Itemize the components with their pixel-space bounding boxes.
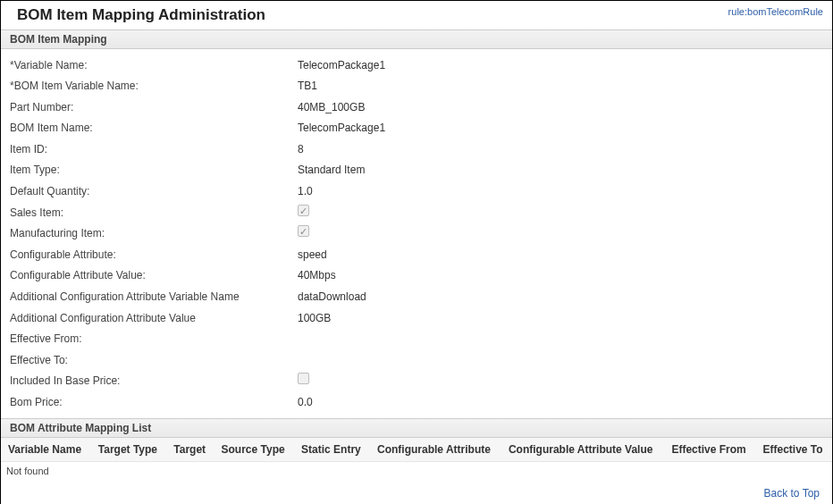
page-header: BOM Item Mapping Administration rule:bom… [1,1,832,29]
value-bom-item-variable-name: TB1 [298,78,317,95]
field-included-in-base-price: Included In Base Price: [10,371,829,392]
col-source-type[interactable]: Source Type [215,438,295,462]
label-default-quantity: Default Quantity: [10,183,298,200]
value-configurable-attribute-value: 40Mbps [298,267,336,284]
col-configurable-attribute-value[interactable]: Configurable Attribute Value [501,438,665,462]
value-sales-item [298,205,309,222]
col-effective-from[interactable]: Effective From [664,438,755,462]
value-included-in-base-price [298,373,309,390]
value-bom-price: 0.0 [298,394,313,411]
label-addl-config-attr-var-name: Additional Configuration Attribute Varia… [10,289,298,306]
label-included-in-base-price: Included In Base Price: [10,373,298,390]
value-variable-name: TelecomPackage1 [298,57,385,74]
col-static-entry[interactable]: Static Entry [294,438,370,462]
field-effective-from: Effective From: [10,329,829,350]
label-configurable-attribute: Configurable Attribute: [10,247,298,264]
footer: Back to Top Cancel [1,480,832,504]
value-item-type: Standard Item [298,162,365,179]
table-header-row: Variable Name Target Type Target Source … [1,438,832,462]
field-item-id: Item ID: 8 [10,139,829,160]
col-target[interactable]: Target [166,438,214,462]
field-part-number: Part Number: 40MB_100GB [10,97,829,118]
checkbox-sales-item[interactable] [298,205,309,216]
attr-mapping-table-wrap: Variable Name Target Type Target Source … [1,438,832,480]
value-part-number: 40MB_100GB [298,99,365,116]
col-target-type[interactable]: Target Type [91,438,167,462]
label-effective-from: Effective From: [10,331,298,348]
bom-item-mapping-form: *Variable Name: TelecomPackage1 *BOM Ite… [1,49,832,418]
field-item-type: Item Type: Standard Item [10,160,829,181]
label-sales-item: Sales Item: [10,205,298,222]
admin-page: BOM Item Mapping Administration rule:bom… [0,0,833,504]
label-variable-name: *Variable Name: [10,57,298,74]
rule-link[interactable]: rule:bomTelecomRule [728,6,823,17]
field-bom-item-variable-name: *BOM Item Variable Name: TB1 [10,76,829,97]
page-title: BOM Item Mapping Administration [17,6,265,24]
label-effective-to: Effective To: [10,352,298,369]
label-bom-item-variable-name: *BOM Item Variable Name: [10,78,298,95]
value-bom-item-name: TelecomPackage1 [298,120,385,137]
field-effective-to: Effective To: [10,349,829,371]
value-configurable-attribute: speed [298,247,327,264]
field-addl-config-attr-var-name: Additional Configuration Attribute Varia… [10,287,829,308]
field-bom-price: Bom Price: 0.0 [10,392,829,414]
checkbox-manufacturing-item[interactable] [298,225,309,237]
value-default-quantity: 1.0 [298,183,313,200]
label-bom-price: Bom Price: [10,394,298,411]
back-to-top-link[interactable]: Back to Top [764,487,820,500]
label-bom-item-name: BOM Item Name: [10,120,298,137]
label-addl-config-attr-value: Additional Configuration Attribute Value [10,310,298,327]
field-variable-name: *Variable Name: TelecomPackage1 [10,55,829,76]
label-item-id: Item ID: [10,141,298,158]
field-configurable-attribute-value: Configurable Attribute Value: 40Mbps [10,265,829,287]
label-configurable-attribute-value: Configurable Attribute Value: [10,267,298,284]
value-addl-config-attr-var-name: dataDownload [298,289,366,306]
section-bom-attr-mapping-header: BOM Attribute Mapping List [1,418,832,438]
field-default-quantity: Default Quantity: 1.0 [10,181,829,203]
field-manufacturing-item: Manufacturing Item: [10,223,829,245]
value-manufacturing-item [298,225,309,242]
col-variable-name[interactable]: Variable Name [1,438,91,462]
section-bom-item-mapping-header: BOM Item Mapping [1,29,832,49]
field-sales-item: Sales Item: [10,202,829,223]
value-addl-config-attr-value: 100GB [298,310,331,327]
checkbox-included-in-base-price[interactable] [298,373,309,384]
col-configurable-attribute[interactable]: Configurable Attribute [370,438,501,462]
table-empty-text: Not found [1,462,832,480]
field-configurable-attribute: Configurable Attribute: speed [10,244,829,265]
attr-mapping-table: Variable Name Target Type Target Source … [1,438,832,462]
label-item-type: Item Type: [10,162,298,179]
col-effective-to[interactable]: Effective To [756,438,833,462]
value-item-id: 8 [298,141,304,158]
field-bom-item-name: BOM Item Name: TelecomPackage1 [10,118,829,139]
label-manufacturing-item: Manufacturing Item: [10,225,298,242]
label-part-number: Part Number: [10,99,298,116]
field-addl-config-attr-value: Additional Configuration Attribute Value… [10,307,829,329]
